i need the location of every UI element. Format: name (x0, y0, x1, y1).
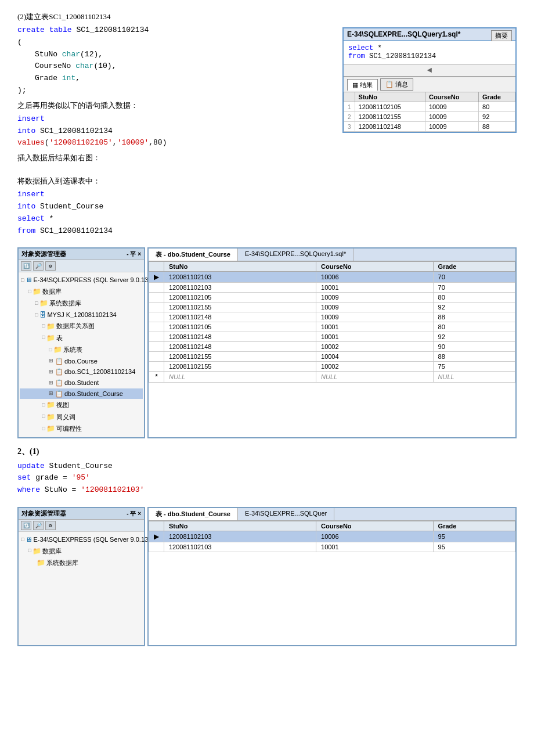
tree-item-course[interactable]: ⊞ 📋 dbo.Course (20, 356, 143, 367)
sc-label: dbo.Student_Course (64, 388, 123, 399)
tree-item-relations[interactable]: □ 📁 数据库关系图 (20, 321, 143, 332)
col2-arrow (149, 521, 164, 531)
grid-icon: ▦ (352, 81, 358, 89)
toolbar2-btn-1[interactable]: 🔃 (21, 521, 31, 530)
data2-tab1-label: 表 - dbo.Student_Course (156, 510, 230, 517)
tree2-pin: - 平 × (127, 510, 141, 518)
tree-item-sc1[interactable]: ⊞ 📋 dbo.SC1_120081102134 (20, 366, 143, 377)
data-tab1-label: 表 - dbo.Student_Course (156, 251, 230, 258)
kw-table: table (49, 26, 72, 34)
cell-stuno: 120081102105 (164, 293, 316, 303)
tree-item-views[interactable]: □ 📁 视图 (20, 399, 143, 411)
toggle-sysdb: □ (35, 299, 38, 308)
folder-icon-sys: 📁 (39, 297, 48, 309)
folder-icon-syn: 📁 (46, 411, 55, 423)
tree-item-sysdb[interactable]: □ 📁 系统数据库 (20, 297, 143, 309)
col-grade: Grade (479, 92, 515, 102)
summary-btn[interactable]: 摘要 (491, 30, 512, 41)
cell2-courseno: 10001 (316, 542, 434, 552)
tree2-item-databases[interactable]: □ 📁 数据库 (20, 545, 143, 557)
sql-code-line2: from SC1_120081102134 (348, 52, 511, 60)
cell-stuno: 120081102148 (164, 312, 316, 322)
table-icon-course: 📋 (55, 356, 63, 367)
student-label: dbo.Student (64, 377, 99, 388)
sql-panel: E-34\SQLEXPRE...SQLQuery1.sql* 摘要 select… (342, 27, 517, 133)
folder-icon-db: 📁 (33, 286, 41, 297)
databases2-label: 数据库 (42, 546, 62, 557)
data-tab-query[interactable]: E-34\SQLEXPRE...SQLQuery1.sql* (238, 249, 353, 261)
tables-label: 表 (56, 333, 63, 344)
toolbar-btn-1[interactable]: 🔃 (21, 261, 31, 271)
kw-select: select (348, 44, 373, 52)
folder-icon-prog: 📁 (46, 423, 55, 434)
tree-item-synonyms[interactable]: □ 📁 同义词 (20, 411, 143, 423)
left-scroll[interactable]: ◄ (426, 64, 433, 76)
kw-int: int (62, 74, 75, 82)
tree-content: □ 🖥 E-34\SQLEXPRESS (SQL Server 9.0.1399… (19, 272, 144, 437)
data-tab-student-course[interactable]: 表 - dbo.Student_Course (149, 249, 238, 261)
scroll-area: ◄ (344, 64, 515, 77)
cell-courseno: 10009 (316, 303, 434, 312)
sql-panel-title: E-34\SQLEXPRE...SQLQuery1.sql* 摘要 (344, 28, 515, 41)
arrow-cell (149, 362, 164, 372)
col-arrow (149, 262, 164, 272)
folder2-icon-sys: 📁 (37, 557, 45, 568)
toolbar2-btn-3[interactable]: ⚙ (45, 521, 56, 530)
tree-item-mysjk[interactable]: □ 🗄 MYSJ K_120081102134 (20, 309, 143, 321)
toolbar2-btn-2[interactable]: 🔎 (33, 521, 44, 530)
col-rownum (344, 92, 355, 102)
table-icon-sc1: 📋 (55, 366, 63, 377)
tree-toolbar: 🔃 🔎 ⚙ (19, 260, 144, 272)
cell-grade: 92 (479, 112, 515, 122)
data-table-2: StuNo CourseNo Grade ▶ 120081102103 1000… (149, 521, 515, 552)
tree2-item-server[interactable]: □ 🖥 E-34\SQLEXPRESS (SQL Server 9.0.1399… (20, 534, 143, 545)
tree-item-student[interactable]: ⊞ 📋 dbo.Student (20, 377, 143, 388)
cell-stuno: NULL (164, 372, 316, 383)
tree-item-programmable[interactable]: □ 📁 可编程性 (20, 423, 143, 434)
data2-tab2-label: E-34\SQLEXPRE...SQLQuer (245, 510, 327, 517)
col-stuno-h: StuNo (164, 262, 316, 272)
tree-title-bar: 对象资源管理器 - 平 × (19, 249, 144, 260)
cell-grade: 70 (433, 272, 515, 283)
kw-set: set (17, 473, 31, 482)
where-line: where StuNo = '120081102103' (17, 484, 517, 496)
tree-item-systable[interactable]: □ 📁 系统表 (20, 344, 143, 355)
arrow-cell (149, 303, 164, 312)
cell-stuno: 120081102105 (164, 322, 316, 332)
cell-courseno: 10009 (316, 312, 434, 322)
toggle-student: ⊞ (49, 379, 53, 387)
cell-courseno: NULL (316, 372, 434, 383)
data2-tab-query[interactable]: E-34\SQLEXPRE...SQLQuer (238, 508, 334, 520)
tree-item-studentcourse[interactable]: ⊞ 📋 dbo.Student_Course (20, 388, 143, 399)
cell-courseno: 10004 (316, 352, 434, 362)
data-table: StuNo CourseNo Grade ▶ 120081102103 1000… (149, 261, 515, 383)
tree2-item-sysdb[interactable]: 📁 系统数据库 (20, 557, 143, 568)
tree-pin: - 平 × (127, 250, 141, 258)
from2-line: from SC1_120081102134 (17, 225, 517, 237)
folder2-icon-db: 📁 (33, 545, 41, 557)
toggle2-db: □ (28, 546, 31, 555)
cell-grade: 80 (479, 102, 515, 112)
tab-message[interactable]: 📋 消息 (380, 78, 413, 91)
data2-tab-student-course[interactable]: 表 - dbo.Student_Course (149, 508, 238, 520)
tree-item-server[interactable]: □ 🖥 E-34\SQLEXPRESS (SQL Server 9.0.1399… (20, 275, 143, 286)
data-panel2-tabs: 表 - dbo.Student_Course E-34\SQLEXPRE...S… (149, 508, 515, 521)
tree-item-tables[interactable]: □ 📁 表 (20, 332, 143, 344)
cell-grade: 88 (433, 352, 515, 362)
arrow-cell (149, 342, 164, 352)
cell-courseno: 10009 (425, 122, 478, 132)
val-course: '10009' (117, 138, 149, 147)
sysdb-label: 系统数据库 (49, 298, 81, 309)
kw-where: where (17, 485, 40, 494)
cell-courseno: 10009 (425, 102, 478, 112)
tab-result[interactable]: ▦ 结果 (347, 79, 378, 91)
tree-item-databases[interactable]: □ 📁 数据库 (20, 286, 143, 297)
toolbar-btn-2[interactable]: 🔎 (33, 261, 44, 271)
tree2-title-bar: 对象资源管理器 - 平 × (19, 508, 144, 520)
cell-courseno: 10006 (316, 272, 434, 283)
sql-code-line1: select * (348, 44, 511, 52)
arrow-cell2: ▶ (149, 531, 164, 542)
toggle-prog: □ (42, 424, 45, 433)
toolbar-btn-3[interactable]: ⚙ (45, 261, 56, 271)
server2-icon: 🖥 (26, 534, 32, 545)
